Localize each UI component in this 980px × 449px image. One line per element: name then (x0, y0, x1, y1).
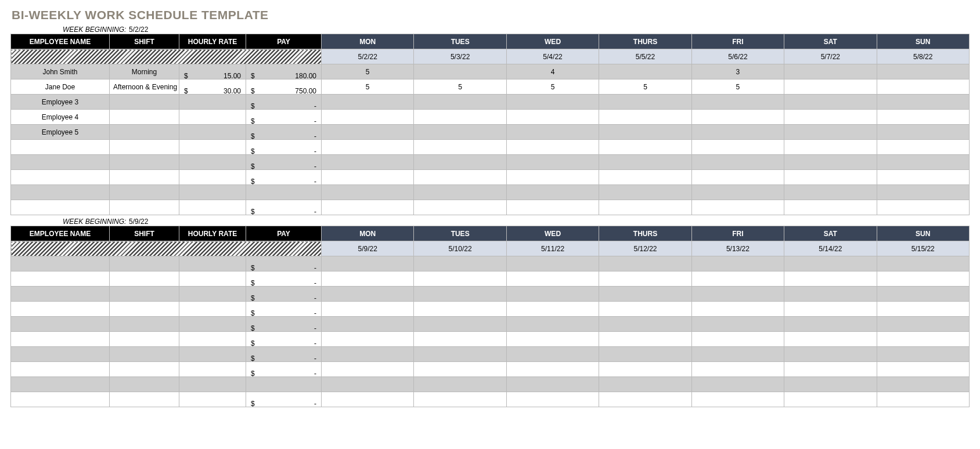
shift-cell[interactable] (110, 256, 179, 271)
date-cell[interactable]: 5/2/22 (322, 49, 414, 64)
hours-cell[interactable] (877, 332, 969, 347)
employee-name-cell[interactable] (11, 170, 110, 185)
hours-cell[interactable] (506, 287, 599, 302)
date-cell[interactable]: 5/13/22 (691, 241, 784, 256)
hours-cell[interactable] (784, 95, 877, 110)
hours-cell[interactable] (877, 79, 969, 95)
hours-cell[interactable]: 5 (691, 79, 784, 95)
rate-cell[interactable]: $30.00 (179, 79, 246, 95)
hours-cell[interactable] (877, 200, 969, 215)
hours-cell[interactable] (506, 125, 599, 140)
hours-cell[interactable] (506, 170, 599, 185)
rate-cell[interactable]: $15.00 (179, 64, 246, 79)
hours-cell[interactable] (599, 377, 691, 392)
hours-cell[interactable] (322, 110, 414, 125)
hours-cell[interactable] (784, 271, 877, 287)
employee-name-cell[interactable] (11, 271, 110, 287)
rate-cell[interactable] (179, 170, 246, 185)
rate-cell[interactable] (179, 110, 246, 125)
employee-name-cell[interactable]: Jane Doe (11, 79, 110, 95)
shift-cell[interactable] (110, 392, 179, 407)
week-beginning-value[interactable]: 5/2/22 (127, 26, 148, 34)
hours-cell[interactable] (877, 140, 969, 155)
hours-cell[interactable] (414, 377, 506, 392)
hours-cell[interactable] (691, 377, 784, 392)
hours-cell[interactable] (784, 200, 877, 215)
shift-cell[interactable] (110, 271, 179, 287)
hours-cell[interactable] (877, 392, 969, 407)
hours-cell[interactable] (322, 392, 414, 407)
hours-cell[interactable] (506, 302, 599, 317)
hours-cell[interactable]: 5 (322, 79, 414, 95)
rate-cell[interactable] (179, 95, 246, 110)
hours-cell[interactable]: 5 (599, 79, 691, 95)
employee-name-cell[interactable] (11, 392, 110, 407)
hours-cell[interactable] (322, 317, 414, 332)
hours-cell[interactable] (414, 125, 506, 140)
date-cell[interactable]: 5/11/22 (506, 241, 599, 256)
employee-name-cell[interactable] (11, 332, 110, 347)
rate-cell[interactable] (179, 125, 246, 140)
shift-cell[interactable] (110, 140, 179, 155)
date-cell[interactable]: 5/4/22 (506, 49, 599, 64)
date-cell[interactable]: 5/15/22 (877, 241, 969, 256)
hours-cell[interactable] (414, 317, 506, 332)
hours-cell[interactable] (599, 362, 691, 377)
hours-cell[interactable] (691, 140, 784, 155)
hours-cell[interactable] (599, 155, 691, 170)
hours-cell[interactable] (506, 110, 599, 125)
employee-name-cell[interactable] (11, 185, 110, 200)
hours-cell[interactable] (414, 392, 506, 407)
rate-cell[interactable] (179, 392, 246, 407)
hours-cell[interactable] (877, 170, 969, 185)
hours-cell[interactable] (691, 302, 784, 317)
hours-cell[interactable] (506, 377, 599, 392)
hours-cell[interactable] (506, 392, 599, 407)
hours-cell[interactable] (691, 332, 784, 347)
hours-cell[interactable] (784, 317, 877, 332)
hours-cell[interactable] (414, 200, 506, 215)
hours-cell[interactable] (877, 347, 969, 362)
date-cell[interactable]: 5/3/22 (414, 49, 506, 64)
employee-name-cell[interactable] (11, 302, 110, 317)
hours-cell[interactable] (414, 64, 506, 79)
hours-cell[interactable] (322, 185, 414, 200)
hours-cell[interactable] (784, 347, 877, 362)
date-cell[interactable]: 5/9/22 (322, 241, 414, 256)
hours-cell[interactable] (506, 317, 599, 332)
hours-cell[interactable] (877, 302, 969, 317)
hours-cell[interactable] (599, 271, 691, 287)
hours-cell[interactable] (877, 110, 969, 125)
hours-cell[interactable] (322, 256, 414, 271)
hours-cell[interactable] (414, 170, 506, 185)
shift-cell[interactable] (110, 110, 179, 125)
employee-name-cell[interactable]: Employee 3 (11, 95, 110, 110)
hours-cell[interactable] (414, 185, 506, 200)
shift-cell[interactable] (110, 302, 179, 317)
hours-cell[interactable] (691, 271, 784, 287)
hours-cell[interactable] (691, 362, 784, 377)
employee-name-cell[interactable] (11, 362, 110, 377)
hours-cell[interactable] (784, 64, 877, 79)
hours-cell[interactable] (691, 392, 784, 407)
hours-cell[interactable] (414, 110, 506, 125)
rate-cell[interactable] (179, 155, 246, 170)
hours-cell[interactable] (599, 317, 691, 332)
hours-cell[interactable] (506, 256, 599, 271)
employee-name-cell[interactable] (11, 377, 110, 392)
rate-cell[interactable] (179, 287, 246, 302)
hours-cell[interactable] (784, 185, 877, 200)
rate-cell[interactable] (179, 302, 246, 317)
employee-name-cell[interactable] (11, 347, 110, 362)
hours-cell[interactable] (506, 155, 599, 170)
hours-cell[interactable] (322, 287, 414, 302)
hours-cell[interactable] (691, 256, 784, 271)
hours-cell[interactable] (691, 155, 784, 170)
hours-cell[interactable] (599, 332, 691, 347)
hours-cell[interactable] (414, 95, 506, 110)
hours-cell[interactable] (784, 155, 877, 170)
shift-cell[interactable] (110, 170, 179, 185)
hours-cell[interactable] (506, 95, 599, 110)
hours-cell[interactable] (784, 392, 877, 407)
shift-cell[interactable] (110, 332, 179, 347)
